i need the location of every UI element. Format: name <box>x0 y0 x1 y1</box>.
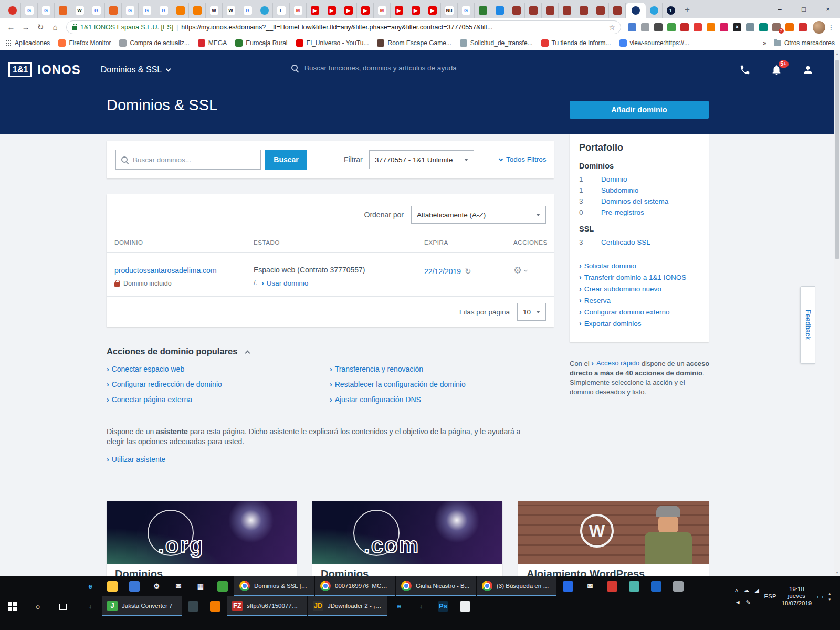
start-button[interactable] <box>0 596 25 616</box>
renew-icon[interactable]: ↻ <box>465 267 471 276</box>
domain-search-box[interactable] <box>116 150 261 170</box>
browser-tab[interactable]: ▶ <box>340 3 357 18</box>
chrome-window-task[interactable]: (3) Búsqueda en Fa... <box>477 576 556 596</box>
collapse-icon[interactable] <box>245 350 250 355</box>
browser-tab[interactable]: ▶ <box>424 3 441 18</box>
scroll-up-arrow[interactable]: ▴ <box>834 50 840 58</box>
browser-tab[interactable] <box>525 3 542 18</box>
bookmark-item[interactable]: Room Escape Game... <box>377 39 451 47</box>
teamviewer-icon[interactable] <box>558 576 579 596</box>
file-explorer-icon[interactable] <box>102 576 123 596</box>
quick-access-link[interactable]: Acceso rápido <box>591 359 639 368</box>
browser-tab[interactable]: G <box>38 3 55 18</box>
onedrive-cloud-icon[interactable]: ☁ <box>743 587 749 594</box>
browser-tab[interactable]: L <box>273 3 290 18</box>
edge-icon[interactable]: e <box>80 576 101 596</box>
taskbar-scroll-arrows[interactable]: ▴▾ <box>828 592 831 602</box>
gray-shield-icon[interactable] <box>746 23 755 32</box>
portfolio-link[interactable]: Pre-rregistros <box>601 208 644 216</box>
browser-tab[interactable] <box>575 3 592 18</box>
browser-tab[interactable]: G <box>21 3 38 18</box>
gear-icon[interactable]: ⚙ <box>513 266 522 275</box>
pen-icon[interactable]: ✎ <box>746 599 751 606</box>
teal-extension-icon[interactable] <box>759 23 768 32</box>
bookmark-star-icon[interactable]: ☆ <box>608 23 615 32</box>
taskbar-search-button[interactable]: ○ <box>25 596 50 616</box>
browser-tab[interactable]: ▶ <box>407 3 424 18</box>
show-desktop-button[interactable] <box>836 576 838 616</box>
pink-extension-icon[interactable] <box>719 23 729 32</box>
close-button[interactable]: × <box>816 0 840 18</box>
action-link[interactable]: Conectar página externa <box>107 395 222 404</box>
browser-tab[interactable]: ▶ <box>391 3 407 18</box>
language-indicator[interactable]: ESP <box>764 593 776 600</box>
chevron-down-icon[interactable] <box>524 268 528 271</box>
account-icon[interactable] <box>802 64 814 76</box>
use-domain-link[interactable]: Usar dominio <box>261 279 308 287</box>
mail-unread-icon[interactable]: ✉ <box>580 576 601 596</box>
promo-card-wordpress[interactable]: W Alojamiento WordPress <box>518 501 709 576</box>
portfolio-action-link[interactable]: Crear subdominio nuevo <box>579 285 699 293</box>
bookmark-item[interactable]: view-source:https://... <box>620 39 689 47</box>
printer-icon[interactable] <box>668 576 689 596</box>
jdownloader-task[interactable]: JD JDownloader 2 - ¡A... <box>308 596 387 616</box>
global-search-input[interactable] <box>304 64 517 72</box>
bookmark-item[interactable]: MEGA <box>198 39 227 47</box>
browser-tab[interactable]: ▶ <box>357 3 374 18</box>
home-button[interactable]: ⌂ <box>48 23 62 32</box>
portfolio-action-link[interactable]: Exportar dominios <box>579 319 699 328</box>
taskbar-clock[interactable]: 19:18 jueves 18/07/2019 <box>782 586 812 607</box>
ccleaner-icon[interactable] <box>602 576 623 596</box>
section-menu[interactable]: Dominios & SSL <box>101 65 171 75</box>
browser-tab[interactable]: G <box>122 3 139 18</box>
browser-tab[interactable]: 1 <box>663 3 679 18</box>
browser-tab[interactable] <box>542 3 559 18</box>
action-link[interactable]: Conectar espacio web <box>107 365 222 373</box>
restore-button[interactable]: □ <box>792 0 816 18</box>
volume-icon[interactable]: ◄ <box>735 599 741 606</box>
bookmark-item[interactable]: Compra de actualiz... <box>119 39 189 47</box>
green-extension-icon[interactable] <box>667 23 676 32</box>
browser-tab[interactable]: ▶ <box>307 3 323 18</box>
domain-link[interactable]: productossantarosadelima.com <box>114 266 217 275</box>
browser-tab[interactable] <box>609 3 626 18</box>
bookmark-item[interactable]: Solicitud_de_transfe... <box>460 39 533 47</box>
browser-tab[interactable]: G <box>88 3 105 18</box>
jaksta-task[interactable]: J Jaksta Converter 7 <box>102 596 182 616</box>
browser-tab[interactable] <box>172 3 189 18</box>
window-app-icon[interactable] <box>646 576 667 596</box>
adblock-icon[interactable] <box>680 23 689 32</box>
expiry-date-link[interactable]: 22/12/2019 <box>424 267 461 276</box>
store-icon[interactable]: ▦ <box>190 576 211 596</box>
browser-tab[interactable] <box>491 3 508 18</box>
action-link[interactable]: Configurar redirección de dominio <box>107 380 222 388</box>
blue-arrow-icon[interactable]: ↓ <box>411 596 432 616</box>
global-search[interactable] <box>291 64 517 76</box>
scroll-down-arrow[interactable]: ▾ <box>834 569 840 576</box>
minimize-button[interactable]: – <box>768 0 792 18</box>
new-tab-button[interactable]: + <box>679 3 695 17</box>
calculator-icon[interactable] <box>624 576 645 596</box>
bookmark-item[interactable]: Eurocaja Rural <box>235 39 287 47</box>
action-link[interactable]: Ajustar configuración DNS <box>330 395 466 404</box>
browser-tab[interactable] <box>4 3 21 18</box>
browser-tab[interactable]: ▶ <box>323 3 340 18</box>
red-circle-icon[interactable] <box>693 23 702 32</box>
back-button[interactable]: ← <box>4 23 18 32</box>
browser-tab[interactable]: G <box>458 3 475 18</box>
filezilla-task[interactable]: FZ sftp://u67150077@... <box>227 596 307 616</box>
reload-button[interactable]: ↻ <box>34 23 47 32</box>
scrollbar-thumb[interactable] <box>835 60 839 259</box>
browser-tab[interactable]: M <box>374 3 391 18</box>
browser-tab[interactable]: G <box>155 3 172 18</box>
image-viewer-icon[interactable] <box>455 596 476 616</box>
other-bookmarks-button[interactable]: Otros marcadores <box>774 39 835 47</box>
apps-shortcut[interactable]: Aplicaciones <box>5 39 50 47</box>
portfolio-action-link[interactable]: Reserva <box>579 296 699 304</box>
browser-tab[interactable]: G <box>239 3 256 18</box>
action-link[interactable]: Transferencia y renovación <box>330 365 466 373</box>
use-assistant-link[interactable]: Utilizar asistente <box>107 455 165 464</box>
portfolio-link[interactable]: Dominio <box>601 175 627 183</box>
address-bar[interactable]: 1&1 IONOS España S.L.U. [ES] | https://m… <box>66 20 621 34</box>
orange-person-icon[interactable] <box>785 23 794 32</box>
